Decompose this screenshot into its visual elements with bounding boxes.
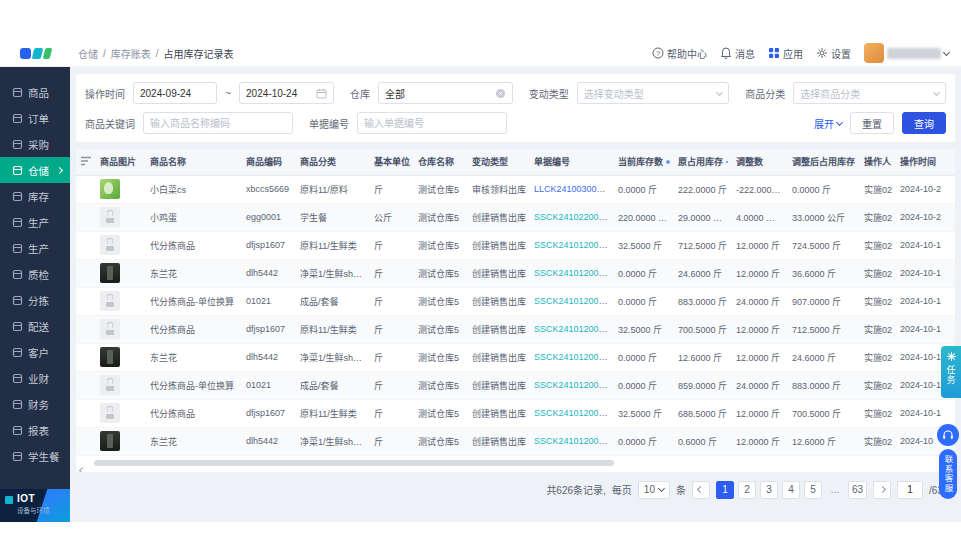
page-button-3[interactable]: 3	[760, 481, 778, 499]
table-scroll-area[interactable]: 商品图片 商品名称 商品编码 商品分类 基本单位 仓库名称 变动类型 单据编号 …	[76, 149, 955, 456]
breadcrumb-warehouse[interactable]: 仓储	[78, 46, 98, 61]
doc-number-input[interactable]	[357, 112, 507, 134]
doc-number-link[interactable]: SSCK24101200003	[534, 324, 614, 334]
warehouse-select[interactable]: 全部	[378, 82, 513, 104]
doc-number-link[interactable]: SSCK24101200003	[534, 268, 614, 278]
table-row[interactable]: 代分拣商品-单位换算 01021 成品/套餐 斤 测试仓库5 创建销售出库 SS…	[76, 371, 955, 399]
horizontal-scrollbar[interactable]	[80, 458, 951, 468]
row-select-cell	[76, 315, 96, 343]
current-stock: 220.0000 公斤	[614, 203, 674, 231]
col-product-name: 商品名称	[146, 149, 242, 175]
change-type: 创建销售出库	[468, 259, 530, 287]
product-name: 代分拣商品	[146, 231, 242, 259]
customer-service-floating-button[interactable]: 联系客服	[937, 424, 959, 499]
table-row[interactable]: 小白菜cs xbccs5669 原料11/原料 斤 测试仓库5 审核领料出库 L…	[76, 175, 955, 203]
info-icon[interactable]	[726, 157, 728, 167]
page-button-4[interactable]: 4	[782, 481, 800, 499]
breadcrumb: 仓储 / 库存账表 / 占用库存记录表	[78, 46, 234, 61]
doc-number-link[interactable]: SSCK24101200001	[534, 436, 614, 446]
table-row[interactable]: 代分拣商品 dfjsp1607 原料11/生鲜类 斤 测试仓库5 创建销售出库 …	[76, 399, 955, 427]
change-type-label: 变动类型	[529, 86, 569, 101]
table-row[interactable]: 代分拣商品 dfjsp1607 原料11/生鲜类 斤 测试仓库5 创建销售出库 …	[76, 315, 955, 343]
table-row[interactable]: 东兰花 dlh5442 净菜1/生鲜shu菜类... 斤 测试仓库5 创建销售出…	[76, 259, 955, 287]
original-occupied: 29.0000 公斤	[674, 203, 732, 231]
next-page-button[interactable]	[873, 481, 891, 499]
table-row[interactable]: 东兰花 dlh5442 净菜1/生鲜shu菜类... 斤 测试仓库5 创建销售出…	[76, 343, 955, 371]
sidebar-item-warehouse[interactable]: 仓储	[0, 157, 70, 183]
search-button[interactable]: 查询	[902, 112, 946, 134]
product-name: 代分拣商品	[146, 315, 242, 343]
sidebar-item-delivery[interactable]: 配送	[0, 313, 70, 339]
expand-filters-button[interactable]: 展开	[814, 116, 842, 131]
operation-time: 2024-10-1	[896, 231, 955, 259]
operation-time: 2024-10-1	[896, 399, 955, 427]
sidebar-item-reports[interactable]: 报表	[0, 417, 70, 443]
date-from-input[interactable]: 2024-09-24	[133, 82, 217, 104]
occupied-after: 24.6000 斤	[788, 343, 860, 371]
doc-number-link[interactable]: SSCK24101200003	[534, 296, 614, 306]
iot-banner[interactable]: IOT 设备与环境	[0, 489, 70, 522]
table-row[interactable]: 小鸡蛋 egg0001 学生餐 公斤 测试仓库5 创建销售出库 SSCK2410…	[76, 203, 955, 231]
change-type-select[interactable]: 选择变动类型	[577, 82, 730, 104]
sidebar-item-quality[interactable]: 质检	[0, 261, 70, 287]
original-occupied: 12.6000 斤	[674, 343, 732, 371]
scrollbar-thumb[interactable]	[94, 460, 614, 466]
doc-number-link[interactable]: LLCK24100300001	[534, 184, 612, 194]
sidebar-item-production-2[interactable]: 生产	[0, 235, 70, 261]
sidebar-item-inventory[interactable]: 库存	[0, 183, 70, 209]
sidebar-item-sorting[interactable]: 分拣	[0, 287, 70, 313]
user-menu[interactable]	[864, 43, 949, 63]
doc-number-link[interactable]: SSCK24101200002	[534, 352, 614, 362]
sidebar-item-biz-finance[interactable]: 业财	[0, 365, 70, 391]
page-ellipsis[interactable]: ...	[826, 481, 844, 499]
table-header-row: 商品图片 商品名称 商品编码 商品分类 基本单位 仓库名称 变动类型 单据编号 …	[76, 149, 955, 175]
doc-number-link[interactable]: SSCK24101200002	[534, 408, 614, 418]
svg-text:?: ?	[656, 49, 660, 58]
page-jump-input[interactable]	[897, 481, 923, 499]
operation-time: 2024-10-2	[896, 203, 955, 231]
messages-button[interactable]: 消息	[720, 46, 755, 61]
sidebar-item-finance[interactable]: 财务	[0, 391, 70, 417]
page-button-5[interactable]: 5	[804, 481, 822, 499]
doc-number-link[interactable]: SSCK24101200004	[534, 240, 614, 250]
page-button-1[interactable]: 1	[716, 481, 734, 499]
table-row[interactable]: 代分拣商品 dfjsp1607 原料11/生鲜类 斤 测试仓库5 创建销售出库 …	[76, 231, 955, 259]
clear-icon[interactable]	[495, 88, 506, 99]
page-list: 12345...63	[716, 481, 867, 499]
row-select-cell	[76, 231, 96, 259]
sidebar-item-customers[interactable]: 客户	[0, 339, 70, 365]
reset-button[interactable]: 重置	[850, 112, 894, 134]
task-floating-button[interactable]: 任务	[941, 346, 961, 398]
sidebar-item-purchase[interactable]: 采购	[0, 131, 70, 157]
col-adjustment: 调整数	[732, 149, 788, 175]
table-row[interactable]: 代分拣商品-单位换算 01021 成品/套餐 斤 测试仓库5 创建销售出库 SS…	[76, 287, 955, 315]
sidebar-item-production[interactable]: 生产	[0, 209, 70, 235]
prev-page-button[interactable]	[692, 481, 710, 499]
doc-number-link[interactable]: SSCK24102200001	[534, 212, 614, 222]
category-select[interactable]: 选择商品分类	[793, 82, 946, 104]
doc-number-link[interactable]: SSCK24101200002	[534, 380, 614, 390]
sidebar-item-student-meals[interactable]: 学生餐	[0, 443, 70, 469]
scroll-left-icon[interactable]	[80, 459, 85, 472]
sidebar-item-goods[interactable]: 商品	[0, 79, 70, 105]
page-button-2[interactable]: 2	[738, 481, 756, 499]
product-code: dlh5442	[242, 427, 296, 455]
apps-button[interactable]: 应用	[768, 46, 803, 61]
current-stock: 0.0000 斤	[614, 343, 674, 371]
product-image	[100, 291, 120, 311]
keyword-input[interactable]	[143, 112, 293, 134]
base-unit: 斤	[370, 371, 414, 399]
sidebar-item-orders[interactable]: 订单	[0, 105, 70, 131]
purchase-icon	[12, 139, 23, 150]
settings-button[interactable]: 设置	[816, 46, 851, 61]
row-select-cell	[76, 287, 96, 315]
table-row[interactable]: 东兰花 dlh5442 净菜1/生鲜shu菜类... 斤 测试仓库5 创建销售出…	[76, 427, 955, 455]
page-button-63[interactable]: 63	[848, 481, 867, 499]
per-page-select[interactable]: 10	[638, 481, 670, 499]
help-center-button[interactable]: ? 帮助中心	[652, 46, 707, 61]
column-config-header[interactable]	[76, 149, 96, 175]
breadcrumb-stock-ledger[interactable]: 库存账表	[111, 46, 151, 61]
original-occupied: 24.6000 斤	[674, 259, 732, 287]
date-to-input[interactable]: 2024-10-24	[239, 82, 334, 104]
info-icon[interactable]	[666, 157, 670, 167]
